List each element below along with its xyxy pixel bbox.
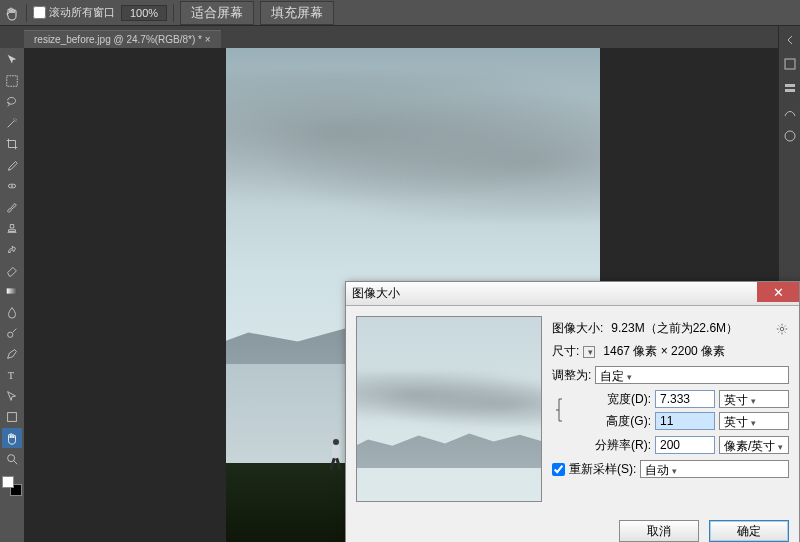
blur-tool[interactable] — [2, 302, 22, 322]
eyedropper-tool[interactable] — [2, 155, 22, 175]
image-size-dialog: 图像大小 ✕ 图像大小: 9.23M（之前为22.6M） 尺寸: 1467 像素… — [345, 281, 800, 542]
zoom-tool[interactable] — [2, 449, 22, 469]
dimensions-unit-icon[interactable] — [583, 346, 595, 358]
panel-icon[interactable] — [782, 80, 798, 96]
dialog-fields: 图像大小: 9.23M（之前为22.6M） 尺寸: 1467 像素 × 2200… — [552, 316, 789, 502]
fg-color-swatch[interactable] — [2, 476, 14, 488]
separator — [26, 4, 27, 22]
brush-tool[interactable] — [2, 197, 22, 217]
svg-point-3 — [8, 332, 13, 337]
width-unit-select[interactable]: 英寸 — [719, 390, 789, 408]
height-label: 高度(G): — [595, 413, 651, 430]
expand-panels-icon[interactable] — [782, 32, 798, 48]
marquee-tool[interactable] — [2, 71, 22, 91]
scroll-all-windows-checkbox[interactable]: 滚动所有窗口 — [33, 5, 115, 20]
height-input[interactable] — [655, 412, 715, 430]
svg-point-11 — [780, 327, 784, 331]
dialog-footer: 取消 确定 — [346, 512, 799, 542]
image-size-value: 9.23M（之前为22.6M） — [607, 320, 771, 337]
svg-rect-2 — [7, 288, 18, 293]
separator — [173, 4, 174, 22]
dialog-titlebar[interactable]: 图像大小 ✕ — [346, 282, 799, 306]
svg-rect-5 — [8, 413, 17, 422]
hand-icon — [4, 5, 20, 21]
image-clouds — [226, 73, 600, 221]
svg-rect-7 — [785, 59, 795, 69]
panel-icon[interactable] — [782, 128, 798, 144]
fit-screen-button[interactable]: 适合屏幕 — [180, 1, 254, 25]
close-button[interactable]: ✕ — [757, 282, 799, 302]
svg-point-10 — [785, 131, 795, 141]
options-bar: 滚动所有窗口 100% 适合屏幕 填充屏幕 — [0, 0, 800, 26]
stamp-tool[interactable] — [2, 218, 22, 238]
fill-screen-button[interactable]: 填充屏幕 — [260, 1, 334, 25]
svg-text:T: T — [8, 370, 15, 381]
cancel-button[interactable]: 取消 — [619, 520, 699, 542]
shape-tool[interactable] — [2, 407, 22, 427]
height-unit-select[interactable]: 英寸 — [719, 412, 789, 430]
path-tool[interactable] — [2, 386, 22, 406]
move-tool[interactable] — [2, 50, 22, 70]
healing-tool[interactable] — [2, 176, 22, 196]
scroll-all-checkbox-input[interactable] — [33, 6, 46, 19]
hand-tool[interactable] — [2, 428, 22, 448]
resample-select[interactable]: 自动 — [640, 460, 789, 478]
svg-rect-9 — [785, 89, 795, 92]
panel-icon[interactable] — [782, 56, 798, 72]
dimensions-label: 尺寸: — [552, 343, 579, 360]
color-swatches[interactable] — [2, 476, 22, 496]
fit-to-select[interactable]: 自定 — [595, 366, 789, 384]
eraser-tool[interactable] — [2, 260, 22, 280]
scroll-all-label: 滚动所有窗口 — [49, 5, 115, 20]
wand-tool[interactable] — [2, 113, 22, 133]
ok-button[interactable]: 确定 — [709, 520, 789, 542]
panel-icon[interactable] — [782, 104, 798, 120]
dodge-tool[interactable] — [2, 323, 22, 343]
resample-label: 重新采样(S): — [569, 461, 636, 478]
zoom-field[interactable]: 100% — [121, 5, 167, 21]
gear-icon[interactable] — [775, 322, 789, 336]
gradient-tool[interactable] — [2, 281, 22, 301]
tools-panel: T — [0, 48, 24, 542]
width-label: 宽度(D): — [595, 391, 651, 408]
crop-tool[interactable] — [2, 134, 22, 154]
history-brush-tool[interactable] — [2, 239, 22, 259]
dialog-title: 图像大小 — [352, 285, 400, 302]
svg-rect-0 — [7, 76, 18, 87]
resolution-label: 分辨率(R): — [579, 437, 651, 454]
preview-thumbnail[interactable] — [356, 316, 542, 502]
resolution-input[interactable] — [655, 436, 715, 454]
svg-point-6 — [8, 455, 15, 462]
dimensions-value: 1467 像素 × 2200 像素 — [599, 343, 789, 360]
document-tab-row: resize_before.jpg @ 24.7%(RGB/8*) * × — [0, 26, 800, 48]
image-person — [327, 437, 345, 473]
type-tool[interactable]: T — [2, 365, 22, 385]
image-size-label: 图像大小: — [552, 320, 603, 337]
document-tab[interactable]: resize_before.jpg @ 24.7%(RGB/8*) * × — [24, 30, 221, 48]
lasso-tool[interactable] — [2, 92, 22, 112]
pen-tool[interactable] — [2, 344, 22, 364]
resample-checkbox[interactable] — [552, 463, 565, 476]
link-icon[interactable] — [552, 395, 566, 425]
fit-to-label: 调整为: — [552, 367, 591, 384]
width-input[interactable] — [655, 390, 715, 408]
svg-rect-8 — [785, 84, 795, 87]
resolution-unit-select[interactable]: 像素/英寸 — [719, 436, 789, 454]
